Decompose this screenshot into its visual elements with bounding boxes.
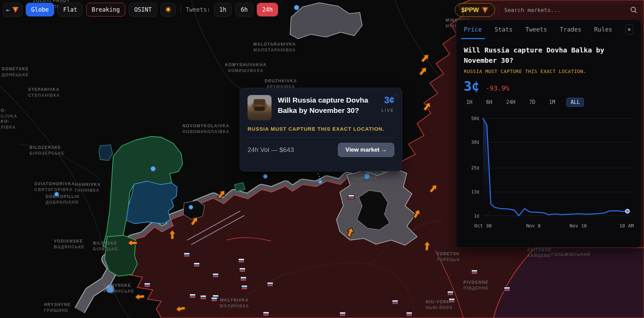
chart-y-tick: 25¢ [471, 165, 480, 170]
russian-flag-marker [504, 287, 510, 291]
map-label-cyrillic: МАЛИНІВКА [220, 304, 249, 308]
territory-blue-main [126, 181, 177, 224]
range-1m[interactable]: 1M [547, 98, 557, 107]
tab-rules[interactable]: Rules [594, 20, 612, 39]
tab-stats[interactable]: Stats [495, 20, 513, 39]
view-breaking-button[interactable]: Breaking [86, 3, 125, 16]
map-label: DRUZHKIVKA [265, 79, 297, 83]
market-popup: Will Russia capture Dovha Balka by Novem… [240, 88, 402, 172]
map-label: SVIATOHORIVKA [34, 181, 75, 186]
search-icon[interactable] [630, 6, 637, 14]
russian-flag-marker [448, 291, 453, 295]
map-label-cyrillic: ЗАЙЦЕВЕ [527, 253, 551, 258]
back-button[interactable]: ← [3, 3, 22, 16]
range-7d[interactable]: 7D [527, 98, 538, 107]
popup-volume: 24h Vol — $643 [248, 146, 294, 154]
topright-bar: $PPW [455, 3, 641, 17]
contested-patch-top [290, 3, 362, 39]
tweets-1h-button[interactable]: 1h [214, 3, 232, 16]
market-marker[interactable] [55, 192, 59, 196]
explosion-filter-button[interactable] [161, 3, 176, 16]
tweets-24h-button[interactable]: 24h [257, 3, 278, 16]
tab-trades[interactable]: Trades [560, 20, 582, 39]
view-osint-button[interactable]: OSINT [129, 3, 157, 16]
map-label: MALOTARANIVKA [253, 42, 296, 47]
tab-tweets[interactable]: Tweets [525, 20, 547, 39]
view-market-button[interactable]: View market → [338, 143, 394, 157]
price-chart[interactable]: 50¢38¢25¢13¢1¢Oct 30Nov 8Nov 1610 AM [464, 110, 633, 239]
chart-x-tick: Nov 8 [526, 223, 541, 228]
range-all[interactable]: ALL [566, 98, 584, 107]
map-label: NOVOMYKOLAIVKA [182, 123, 229, 128]
timeframe-selector: 1H 6H 24H 7D 1M ALL [464, 98, 633, 107]
russian-flag-marker [239, 259, 244, 263]
russian-flag-marker [200, 295, 206, 299]
market-marker[interactable] [318, 180, 322, 184]
market-search [499, 3, 641, 17]
russian-flag-marker [184, 253, 190, 257]
russian-flag-marker [449, 298, 455, 303]
map-label: DONETSKE [2, 67, 29, 71]
attack-arrow-icon [417, 65, 429, 77]
toolbar-divider [181, 5, 181, 14]
map-label: BILOZERSKE [30, 145, 61, 150]
view-globe-button[interactable]: Globe [26, 3, 54, 16]
russian-flag-marker [340, 312, 346, 316]
map-label-cyrillic: БІЛИЦЬКЕ [93, 247, 118, 251]
market-marker[interactable] [294, 5, 299, 10]
market-marker[interactable] [189, 205, 193, 209]
map-label: STEPANIVKA [28, 87, 59, 92]
chart-last-point [625, 209, 629, 213]
market-marker[interactable] [364, 174, 370, 179]
market-thumbnail [248, 95, 272, 120]
pizza-icon [482, 7, 488, 13]
market-marker[interactable] [151, 166, 156, 171]
map-label: KOMYSHUVAKHA [225, 62, 266, 67]
range-1h[interactable]: 1H [464, 98, 475, 107]
market-marker[interactable] [263, 174, 267, 178]
russian-flag-marker [267, 282, 273, 286]
search-input[interactable] [499, 7, 641, 13]
close-panel-button[interactable]: × [625, 24, 634, 35]
russian-flag-marker [348, 195, 354, 199]
panel-price-change: -93.9% [486, 84, 509, 92]
chart-x-tick: 10 AM [619, 223, 634, 228]
app-root: ZOLOTI PRUDYЗОЛОТІ ПРУДИDONETSKEДОНЕЦЬКЕ… [0, 0, 644, 318]
map-label-cyrillic: ВОДЯНСЬКЕ [54, 245, 85, 249]
russian-flag-marker [240, 268, 245, 272]
map-label-cyrillic: МАЛОТАРАНІВКА [253, 48, 296, 52]
chart-y-tick: 38¢ [471, 139, 480, 145]
map-label-cyrillic: КОМИШУВАХА [228, 68, 263, 73]
russian-flag-marker [190, 294, 196, 298]
view-flat-button[interactable]: Flat [58, 3, 83, 16]
chart-y-tick: 13¢ [471, 189, 480, 195]
popup-market-title: Will Russia capture Dovha Balka by Novem… [278, 95, 375, 120]
tweets-6h-button[interactable]: 6h [235, 3, 253, 16]
map-label-cyrillic: ДОБРОПІЛЛЯ [46, 200, 79, 205]
popup-price: 3¢ [381, 95, 394, 106]
russian-flag-marker [392, 300, 398, 304]
map-label-cyrillic: ПІВДЕННЕ [463, 286, 489, 291]
map-label-cyrillic: ILIVKA [1, 114, 17, 119]
map-label-cyrillic: БІЛОЗЕРСЬКЕ [30, 151, 65, 156]
territory-green-small [234, 182, 245, 191]
tweets-label: Tweets: [186, 6, 210, 13]
map-label: NIU-YORK [426, 299, 450, 304]
russian-flag-marker [472, 270, 478, 274]
map-label-cyrillic: СВЯТОГОРІВКА [34, 187, 73, 192]
map-label-cyrillic: ГРИШИНЕ [44, 308, 68, 313]
russian-flag-marker [145, 283, 150, 287]
popup-resolution-note: RUSSIA MUST CAPTURE THIS EXACT LOCATION. [248, 126, 394, 132]
market-panel: Price Stats Tweets Trades Rules × Will R… [456, 20, 641, 248]
map-label-cyrillic: СТЕПАНІВКА [28, 93, 60, 98]
live-badge: LIVE [381, 108, 394, 113]
map-label: HANNIVKA [75, 182, 101, 187]
map-label-cyrillic: ТОРЕЦЬК [437, 257, 460, 262]
range-6h[interactable]: 6H [484, 98, 495, 107]
tab-price[interactable]: Price [464, 20, 482, 39]
ppw-ticker-button[interactable]: $PPW [455, 3, 495, 17]
range-24h[interactable]: 24H [504, 98, 518, 107]
chart-area-fill [483, 118, 628, 216]
russian-flag-marker [213, 273, 219, 278]
market-marker-selected[interactable] [106, 285, 114, 293]
